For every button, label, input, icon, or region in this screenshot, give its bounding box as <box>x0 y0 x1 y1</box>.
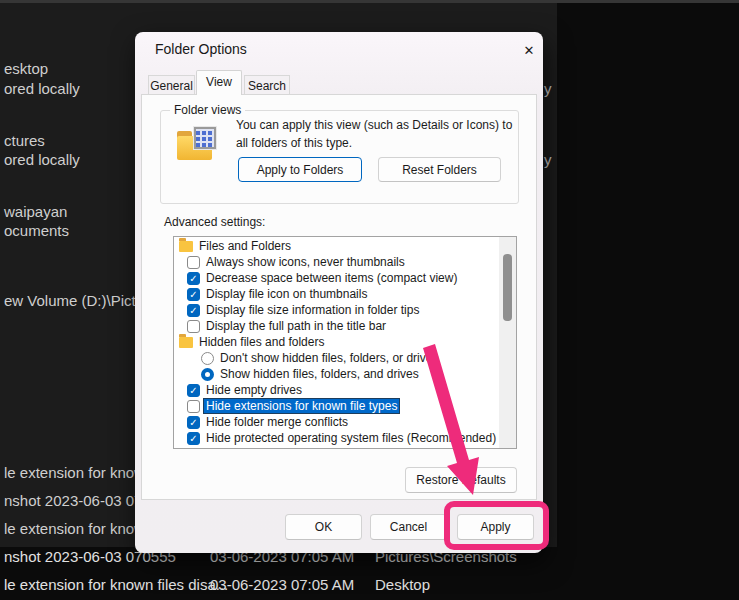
advanced-setting-row[interactable]: ✓Hide empty drives <box>174 382 500 398</box>
setting-label: Display the full path in the title bar <box>206 319 386 333</box>
advanced-setting-row[interactable]: ✓Display file size information in folder… <box>174 302 500 318</box>
advanced-setting-row[interactable]: Hide extensions for known file types <box>174 398 500 414</box>
folder-views-description: You can apply this view (such as Details… <box>236 118 512 132</box>
bg-text: esktop <box>4 60 48 77</box>
file-row-name: le extension for known files disa... <box>4 576 228 593</box>
bg-text: waipayan <box>4 203 67 220</box>
bg-text-fragment: y <box>544 80 552 97</box>
setting-label: Hide empty drives <box>206 383 302 397</box>
advanced-setting-row[interactable]: Hidden files and folders <box>174 334 500 350</box>
scrollbar[interactable] <box>499 237 516 448</box>
setting-label: Files and Folders <box>199 239 291 253</box>
checkbox-checked-icon[interactable]: ✓ <box>187 272 200 285</box>
restore-defaults-button[interactable]: Restore Defaults <box>405 467 517 493</box>
checkbox-unchecked-icon[interactable] <box>187 448 200 450</box>
cancel-button[interactable]: Cancel <box>370 514 447 540</box>
setting-label: Display file size information in folder … <box>206 303 419 317</box>
grid-view-icon <box>194 127 216 149</box>
reset-folders-button[interactable]: Reset Folders <box>378 157 501 182</box>
tab-general[interactable]: General <box>148 75 195 95</box>
tab-view[interactable]: View <box>196 70 242 95</box>
settings-rows: Files and FoldersAlways show icons, neve… <box>174 238 500 449</box>
advanced-setting-row[interactable]: ✓Hide protected operating system files (… <box>174 430 500 446</box>
advanced-setting-row[interactable]: Show hidden files, folders, and drives <box>174 366 500 382</box>
checkbox-checked-icon[interactable]: ✓ <box>187 288 200 301</box>
group-label: Folder views <box>170 103 245 117</box>
ok-button[interactable]: OK <box>285 514 362 540</box>
advanced-settings-list[interactable]: Files and FoldersAlways show icons, neve… <box>173 236 517 449</box>
bg-text: ctures <box>4 132 45 149</box>
folder-options-dialog: Folder Options ✕ General View Search Fol… <box>135 32 543 553</box>
apply-button[interactable]: Apply <box>457 514 534 540</box>
advanced-setting-row[interactable]: Always show icons, never thumbnails <box>174 254 500 270</box>
setting-label: Always show icons, never thumbnails <box>206 255 405 269</box>
advanced-setting-row[interactable]: ✓Display file icon on thumbnails <box>174 286 500 302</box>
advanced-setting-row[interactable]: Don't show hidden files, folders, or dri… <box>174 350 500 366</box>
folder-icon <box>179 241 193 252</box>
bg-text-fragment: y <box>544 151 552 168</box>
scrollbar-thumb[interactable] <box>503 254 512 321</box>
advanced-setting-row[interactable]: Files and Folders <box>174 238 500 254</box>
setting-label: Don't show hidden files, folders, or dri… <box>220 351 438 365</box>
setting-label: Display file icon on thumbnails <box>206 287 367 301</box>
tab-search[interactable]: Search <box>244 75 290 95</box>
setting-label: Hide protected operating system files (R… <box>206 431 496 445</box>
folder-icon <box>179 337 193 348</box>
apply-to-folders-button[interactable]: Apply to Folders <box>238 157 362 182</box>
bg-text: ored locally <box>4 151 80 168</box>
dialog-title: Folder Options <box>155 41 247 57</box>
screen: esktop ored locally ctures ored locally … <box>0 0 739 600</box>
checkbox-unchecked-icon[interactable] <box>187 400 200 413</box>
checkbox-checked-icon[interactable]: ✓ <box>187 304 200 317</box>
checkbox-checked-icon[interactable]: ✓ <box>187 416 200 429</box>
bg-text: ocuments <box>4 222 69 239</box>
setting-label: Show hidden files, folders, and drives <box>220 367 419 381</box>
file-row-folder: Desktop <box>375 576 430 593</box>
radio-checked-icon[interactable] <box>201 368 214 381</box>
folder-views-description: all folders of this type. <box>236 136 352 150</box>
radio-unchecked-icon[interactable] <box>201 352 214 365</box>
checkbox-checked-icon[interactable]: ✓ <box>187 432 200 445</box>
bg-text: ored locally <box>4 80 80 97</box>
file-row-date: 03-06-2023 07:05 AM <box>210 576 354 593</box>
setting-label: Hidden files and folders <box>199 335 324 349</box>
advanced-settings-label: Advanced settings: <box>164 215 265 229</box>
advanced-setting-row[interactable]: Launch folder windows in a separate proc… <box>174 446 500 449</box>
view-tab-page: Folder views You can apply this view (su… <box>141 94 537 500</box>
setting-label: Hide folder merge conflicts <box>206 415 348 429</box>
checkbox-unchecked-icon[interactable] <box>187 256 200 269</box>
checkbox-unchecked-icon[interactable] <box>187 320 200 333</box>
setting-label: Decrease space between items (compact vi… <box>206 271 457 285</box>
advanced-setting-row[interactable]: ✓Hide folder merge conflicts <box>174 414 500 430</box>
advanced-setting-row[interactable]: Display the full path in the title bar <box>174 318 500 334</box>
folder-view-icon <box>177 127 217 162</box>
checkbox-checked-icon[interactable]: ✓ <box>187 384 200 397</box>
advanced-setting-row[interactable]: ✓Decrease space between items (compact v… <box>174 270 500 286</box>
setting-label: Launch folder windows in a separate proc… <box>206 447 446 449</box>
close-icon[interactable]: ✕ <box>517 38 541 62</box>
setting-label: Hide extensions for known file types <box>204 399 399 413</box>
